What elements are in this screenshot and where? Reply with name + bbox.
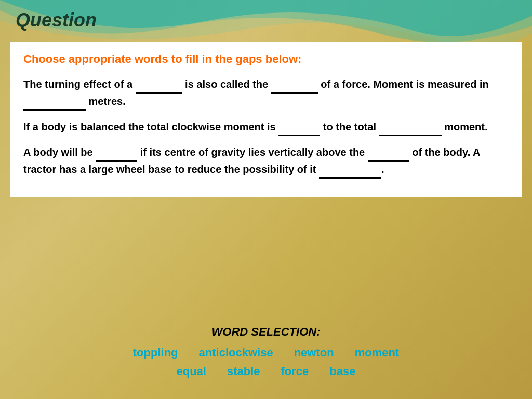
word-row-2: equal stable force base bbox=[0, 365, 532, 378]
blank-7 bbox=[368, 144, 409, 162]
word-selection-area: WORD SELECTION: toppling anticlockwise n… bbox=[0, 325, 532, 383]
word-moment[interactable]: moment bbox=[355, 346, 400, 360]
instruction-text: Choose appropriate words to fill in the … bbox=[23, 52, 509, 67]
blank-8 bbox=[319, 162, 381, 179]
word-force[interactable]: force bbox=[281, 365, 309, 378]
blank-2 bbox=[271, 76, 318, 94]
paragraph-3: A body will be if its centre of gravity … bbox=[23, 144, 509, 179]
word-stable[interactable]: stable bbox=[227, 365, 260, 378]
word-row-1: toppling anticlockwise newton moment bbox=[0, 346, 532, 360]
paragraph-1: The turning effect of a is also called t… bbox=[23, 76, 509, 111]
blank-3 bbox=[23, 94, 86, 111]
paragraph-2: If a body is balanced the total clockwis… bbox=[23, 119, 509, 136]
blank-1 bbox=[136, 76, 182, 94]
word-newton[interactable]: newton bbox=[294, 346, 334, 360]
question-title: Question bbox=[16, 9, 97, 31]
blank-4 bbox=[278, 119, 320, 136]
blank-5 bbox=[379, 119, 442, 136]
word-selection-label: WORD SELECTION: bbox=[0, 325, 532, 339]
content-box: Choose appropriate words to fill in the … bbox=[10, 42, 522, 197]
blank-6 bbox=[96, 144, 137, 162]
word-anticlockwise[interactable]: anticlockwise bbox=[199, 346, 273, 360]
word-base[interactable]: base bbox=[329, 365, 355, 378]
word-toppling[interactable]: toppling bbox=[133, 346, 178, 360]
word-equal[interactable]: equal bbox=[176, 365, 206, 378]
